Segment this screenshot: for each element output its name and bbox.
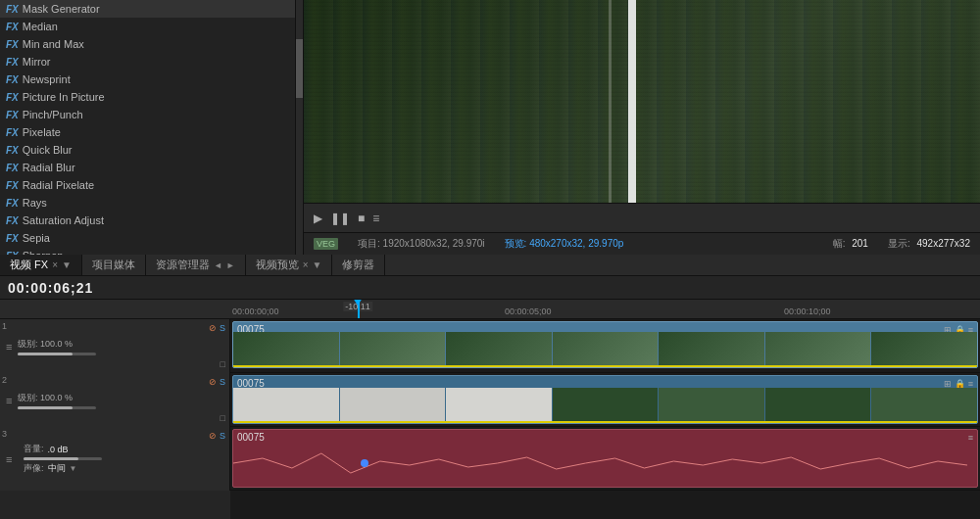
effect-item-3[interactable]: FXMirror	[0, 53, 295, 71]
track-3-menu[interactable]: ≡	[6, 453, 12, 465]
tab-video-fx[interactable]: 视频 FX × ▼	[0, 255, 82, 275]
track-3-pan-label: 声像:	[24, 462, 44, 475]
track-2-clip-lock: 🔒	[955, 379, 965, 389]
tab-arrow-left[interactable]: ◄	[214, 260, 222, 270]
effects-panel: FXMask GeneratorFXMedianFXMin and MaxFXM…	[0, 0, 304, 255]
track-1-expand[interactable]: □	[220, 359, 225, 369]
playhead[interactable]	[358, 300, 360, 318]
white-bar-center	[628, 0, 636, 203]
track-2-solo-icon[interactable]: S	[220, 377, 225, 387]
scroll-bar[interactable]	[295, 0, 303, 255]
preview-panel: ▶ ❚❚ ■ ≡ VEG 项目: 1920x1080x32, 29.970i 预…	[304, 0, 980, 255]
track-3-mute-icon[interactable]: ⊘	[209, 431, 217, 441]
track-2-thumb-5	[659, 388, 764, 423]
track-2-slider-fill	[18, 406, 73, 409]
tab-trimmer[interactable]: 修剪器	[332, 255, 385, 275]
pause-button[interactable]: ❚❚	[330, 212, 350, 225]
tracks-right: 00:00:00;00 00:00:05;00 00:00:10;00 -10:…	[230, 300, 980, 519]
fx-badge-9: FX	[6, 163, 19, 173]
effect-item-0[interactable]: FXMask Generator	[0, 0, 295, 18]
tab-arrow-right[interactable]: ►	[226, 260, 235, 270]
effect-item-14[interactable]: FXSharpen	[0, 247, 295, 255]
track-1-label: 1 ≡ 级别: 100.0 % ⊘ S □	[0, 319, 230, 373]
menu-button[interactable]: ≡	[372, 212, 379, 225]
track-1-clip[interactable]: 00075 ⊞ 🔒 ≡	[232, 321, 978, 368]
timeline-area: 1 ≡ 级别: 100.0 % ⊘ S □	[0, 300, 980, 519]
effect-name-11: Rays	[23, 197, 47, 209]
effect-name-8: Quick Blur	[23, 144, 73, 156]
track-3-clip-menu[interactable]: ≡	[968, 433, 973, 443]
track-2-thumb-2	[340, 388, 446, 423]
track-1-menu[interactable]: ≡	[6, 341, 12, 353]
track-2-expand[interactable]: □	[220, 413, 225, 423]
track-2-thumbnails	[233, 388, 977, 423]
track-3-clip[interactable]: 00075 ≡	[232, 429, 978, 488]
track-1-number: 1	[2, 321, 7, 331]
track-2-icons: ⊘ S	[209, 377, 225, 387]
effect-item-6[interactable]: FXPinch/Punch	[0, 106, 295, 123]
track-3-slider[interactable]	[24, 457, 102, 460]
veg-badge: VEG	[314, 238, 338, 250]
track-2-number: 2	[2, 375, 7, 385]
effect-name-3: Mirror	[23, 56, 51, 68]
track-3-clip-header: 00075 ≡	[233, 430, 977, 445]
fx-badge-2: FX	[6, 39, 19, 50]
track-2-thumb-7	[871, 388, 977, 423]
tab-video-preview-menu[interactable]: ▼	[313, 260, 322, 270]
scroll-thumb	[296, 39, 303, 98]
effect-name-6: Pinch/Punch	[23, 109, 83, 120]
effects-list: FXMask GeneratorFXMedianFXMin and MaxFXM…	[0, 0, 295, 255]
timeline-header: 00:00:06;21	[0, 276, 980, 300]
pixelated-overlay	[304, 0, 980, 203]
effect-item-5[interactable]: FXPicture In Picture	[0, 88, 295, 106]
track-2-thumb-1	[233, 388, 339, 423]
track-2-controls: 级别: 100.0 %	[18, 392, 96, 409]
timeline-ruler: 00:00:00;00 00:00:05;00 00:00:10;00 -10:…	[230, 300, 980, 319]
track-2-bottom-line	[233, 421, 977, 423]
effect-item-8[interactable]: FXQuick Blur	[0, 141, 295, 159]
track-3-solo-icon[interactable]: S	[220, 431, 225, 441]
track-3-pan-arrow: ▼	[70, 464, 77, 473]
effect-name-0: Mask Generator	[23, 3, 100, 15]
track-2-menu[interactable]: ≡	[6, 395, 12, 406]
track-1-solo-icon[interactable]: S	[220, 323, 225, 333]
effect-name-12: Saturation Adjust	[23, 214, 104, 226]
track-2-slider[interactable]	[18, 406, 96, 409]
effect-item-9[interactable]: FXRadial Blur	[0, 159, 295, 176]
effect-item-1[interactable]: FXMedian	[0, 18, 295, 35]
width-value: 201	[852, 238, 868, 249]
tab-video-preview-close[interactable]: ×	[303, 260, 309, 270]
fx-badge-5: FX	[6, 92, 19, 103]
tab-project-media[interactable]: 项目媒体	[82, 255, 146, 275]
effect-name-5: Picture In Picture	[23, 91, 105, 103]
effect-item-11[interactable]: FXRays	[0, 194, 295, 212]
tab-video-fx-menu[interactable]: ▼	[62, 260, 72, 270]
effect-item-10[interactable]: FXRadial Pixelate	[0, 176, 295, 194]
tab-video-preview-label: 视频预览	[256, 258, 299, 272]
effect-name-9: Radial Blur	[23, 162, 75, 173]
effect-item-12[interactable]: FXSaturation Adjust	[0, 212, 295, 229]
track-2-level: 级别: 100.0 %	[18, 392, 96, 404]
tab-video-preview[interactable]: 视频预览 × ▼	[246, 255, 333, 275]
track-1-slider[interactable]	[18, 353, 96, 355]
thumb-4	[553, 332, 659, 367]
track-1-content: 00075 ⊞ 🔒 ≡	[230, 319, 980, 373]
tab-asset-manager[interactable]: 资源管理器 ◄ ►	[146, 255, 246, 275]
track-2-mute-icon[interactable]: ⊘	[209, 377, 217, 387]
effect-item-13[interactable]: FXSepia	[0, 229, 295, 247]
preview-res: 480x270x32, 29.970p	[529, 238, 623, 249]
effect-item-4[interactable]: FXNewsprint	[0, 71, 295, 88]
play-button[interactable]: ▶	[314, 212, 322, 225]
effect-item-2[interactable]: FXMin and Max	[0, 35, 295, 53]
stop-button[interactable]: ■	[358, 212, 365, 225]
tab-asset-manager-label: 资源管理器	[156, 258, 210, 272]
track-2-clip[interactable]: 00075 ⊞ 🔒 ≡	[232, 375, 978, 424]
track-1-mute-icon[interactable]: ⊘	[209, 323, 217, 333]
effect-name-10: Radial Pixelate	[23, 179, 94, 191]
video-content	[304, 0, 980, 203]
track-3-label: 3 ≡ 音量: .0 dB 声像: 中间 ▼	[0, 427, 230, 491]
effect-item-7[interactable]: FXPixelate	[0, 123, 295, 141]
tab-video-fx-close[interactable]: ×	[52, 260, 58, 270]
fx-badge-7: FX	[6, 127, 19, 138]
track-2-clip-menu[interactable]: ≡	[968, 379, 973, 389]
